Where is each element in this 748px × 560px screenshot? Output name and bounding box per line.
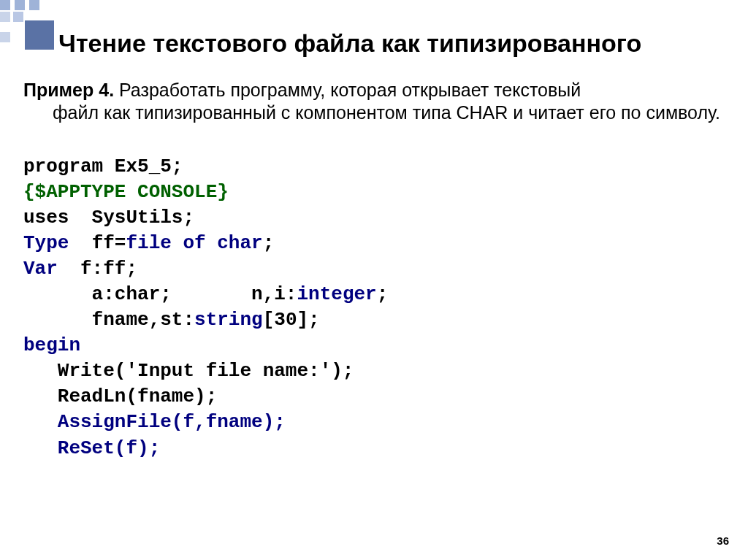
code-l3: uses SysUtils;	[23, 207, 194, 229]
corner-decoration	[0, 0, 66, 44]
code-l8: begin	[23, 334, 80, 356]
code-l4-semi: ;	[263, 232, 275, 254]
example-text: Пример 4. Разработать программу, которая…	[23, 79, 741, 125]
code-l7-str: string	[194, 309, 263, 331]
code-l4-kw: Type	[23, 232, 69, 254]
code-l12: ReSet(f);	[23, 437, 160, 459]
code-l10: ReadLn(fname);	[23, 386, 217, 407]
example-line2: файл как типизированный с компонентом ти…	[23, 101, 741, 124]
code-l7a: fname,st:	[23, 309, 194, 331]
code-l6-semi: ;	[377, 283, 389, 305]
code-l5-rest: f:ff;	[58, 258, 137, 280]
code-l1: program Ex5_5;	[23, 156, 183, 177]
slide: Чтение текстового файла как типизированн…	[0, 0, 748, 560]
code-l6-int: integer	[297, 283, 376, 305]
code-l7-tail: [30];	[263, 309, 320, 331]
example-line1: Разработать программу, которая открывает…	[114, 80, 581, 100]
code-l11: AssignFile(f,fname);	[23, 411, 286, 433]
code-block: program Ex5_5; {$APPTYPE CONSOLE} uses S…	[23, 154, 741, 461]
slide-body: Пример 4. Разработать программу, которая…	[23, 79, 741, 461]
code-l5-kw: Var	[23, 258, 58, 280]
page-number: 36	[717, 534, 729, 547]
slide-title: Чтение текстового файла как типизированн…	[58, 29, 748, 58]
code-l6a: a:char; n,i:	[23, 283, 297, 305]
example-label: Пример 4.	[23, 80, 114, 100]
code-l4-fileof: file of char	[126, 232, 262, 254]
code-l9: Write('Input file name:');	[23, 360, 354, 382]
code-l4-mid: ff=	[69, 232, 126, 254]
code-l2: {$APPTYPE CONSOLE}	[23, 181, 229, 203]
